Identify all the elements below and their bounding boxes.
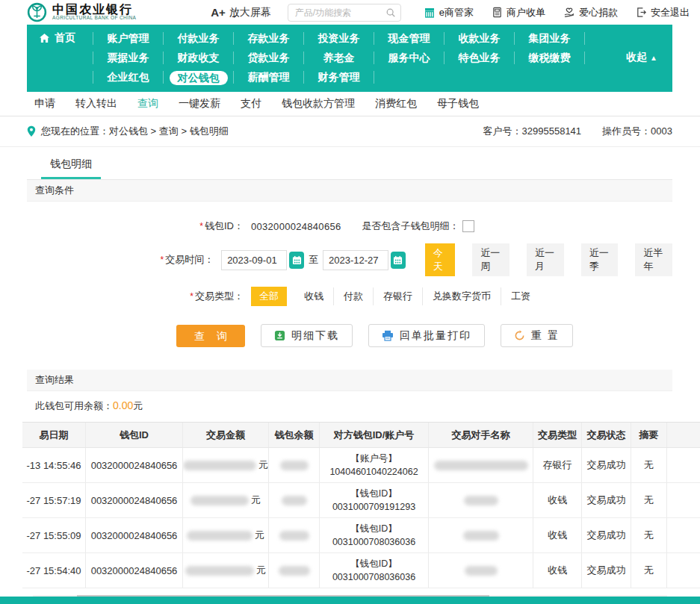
cell-amount: 元 bbox=[183, 553, 269, 588]
nav-item-label-active: 对公钱包 bbox=[170, 71, 228, 85]
table-row[interactable]: -27 15:57:19 0032000024840656 元 【钱包ID】 0… bbox=[22, 483, 700, 518]
cell-status: 交易成功 bbox=[582, 448, 631, 482]
cell-amount: 元 bbox=[183, 483, 269, 517]
cell-balance bbox=[269, 553, 320, 588]
transaction-type-row: *交易类型： 全部 收钱 付款 存银行 兑换数字货币 工资 bbox=[27, 287, 672, 306]
transaction-type-options: 全部 收钱 付款 存银行 兑换数字货币 工资 bbox=[251, 287, 540, 306]
quick-links: e商管家 商户收单 爱心捐款 安全退出 bbox=[424, 6, 690, 19]
sub-nav-item[interactable]: 钱包收款方管理 bbox=[282, 97, 355, 110]
sub-nav-item[interactable]: 母子钱包 bbox=[437, 97, 479, 110]
screen-zoom-control[interactable]: A+ 放大屏幕 bbox=[211, 6, 271, 19]
cell-type: 收钱 bbox=[533, 483, 582, 517]
date-from-input[interactable] bbox=[221, 250, 287, 270]
type-option-receive[interactable]: 收钱 bbox=[294, 287, 333, 305]
quick-link-merchant[interactable]: 商户收单 bbox=[492, 6, 545, 19]
include-sub-wallet: 是否包含子钱包明细： bbox=[362, 220, 474, 233]
date-from-calendar-button[interactable] bbox=[289, 252, 304, 269]
product-search[interactable] bbox=[288, 4, 401, 22]
nav-item-corporate-wallet[interactable]: 对公钱包 bbox=[163, 71, 233, 84]
counterparty-id-tag: 【钱包ID】 bbox=[350, 487, 397, 500]
col-header-status: 交易状态 bbox=[582, 423, 631, 447]
reset-button[interactable]: 重 置 bbox=[501, 324, 573, 347]
nav-item[interactable]: 企业红包 bbox=[93, 71, 163, 84]
type-option-deposit[interactable]: 存银行 bbox=[373, 287, 422, 305]
sub-nav-item[interactable]: 一键发薪 bbox=[179, 97, 220, 110]
nav-item[interactable]: 收款业务 bbox=[444, 32, 514, 45]
type-option-all[interactable]: 全部 bbox=[251, 287, 287, 306]
breadcrumb-text: 您现在的位置：对公钱包 > 查询 > 钱包明细 bbox=[41, 125, 229, 138]
sub-nav-item[interactable]: 消费红包 bbox=[375, 97, 417, 110]
nav-item[interactable]: 投资业务 bbox=[303, 32, 374, 45]
sub-nav-item[interactable]: 申请 bbox=[34, 97, 55, 110]
required-marker: * bbox=[199, 221, 203, 231]
search-icon[interactable] bbox=[385, 7, 396, 18]
nav-item[interactable]: 存款业务 bbox=[233, 32, 303, 45]
action-buttons: 查 询 明细下载 回单批量打印 重 置 bbox=[176, 324, 672, 347]
sub-nav-item[interactable]: 支付 bbox=[241, 97, 261, 110]
table-header-row: 易日期 钱包ID 交易金额 钱包余额 对方钱包ID/账户号 交易对手名称 交易类… bbox=[22, 423, 700, 448]
table-row[interactable]: -27 15:54:40 0032000024840656 元 【钱包ID】 0… bbox=[22, 553, 700, 588]
sub-nav-item-active[interactable]: 查询 bbox=[137, 97, 158, 110]
date-shortcut-week[interactable]: 近一周 bbox=[472, 243, 509, 276]
cell-status: 交易成功 bbox=[582, 518, 631, 552]
cell-filler bbox=[667, 553, 700, 588]
customer-number: 客户号：32995558141 bbox=[483, 125, 582, 138]
table-row[interactable]: -13 14:55:46 0032000024840656 元 【账户号】 10… bbox=[22, 448, 700, 483]
nav-item[interactable]: 服务中心 bbox=[374, 52, 444, 64]
type-option-exchange[interactable]: 兑换数字货币 bbox=[422, 287, 501, 305]
date-to-calendar-button[interactable] bbox=[391, 252, 406, 269]
sub-nav-item[interactable]: 转入转出 bbox=[75, 97, 117, 110]
col-header-filler bbox=[667, 423, 700, 447]
donate-icon bbox=[563, 7, 575, 19]
date-shortcut-halfyear[interactable]: 近半年 bbox=[635, 243, 672, 276]
sub-navigation: 申请 转入转出 查询 一键发薪 支付 钱包收款方管理 消费红包 母子钱包 bbox=[0, 92, 700, 116]
query-conditions-header: 查询条件 bbox=[27, 180, 672, 202]
tab-wallet-detail[interactable]: 钱包明细 bbox=[41, 158, 101, 179]
nav-item-label: 财政收支 bbox=[178, 52, 220, 63]
type-option-pay[interactable]: 付款 bbox=[333, 287, 373, 305]
table-row[interactable]: -27 15:55:09 0032000024840656 元 【钱包ID】 0… bbox=[22, 518, 700, 553]
col-header-wallet-id: 钱包ID bbox=[86, 423, 183, 447]
bank-logo: 中国农业银行 AGRICULTURAL BANK OF CHINA bbox=[27, 2, 136, 22]
nav-item[interactable]: 财务管理 bbox=[303, 71, 374, 84]
cell-amount: 元 bbox=[183, 448, 269, 482]
nav-item[interactable]: 现金管理 bbox=[374, 32, 444, 45]
cell-wallet-id: 0032000024840656 bbox=[86, 448, 183, 482]
date-shortcut-quarter[interactable]: 近一季 bbox=[581, 243, 619, 276]
breadcrumb: 您现在的位置：对公钱包 > 查询 > 钱包明细 bbox=[27, 125, 229, 138]
type-option-salary[interactable]: 工资 bbox=[501, 287, 540, 305]
quick-link-label: e商管家 bbox=[439, 6, 474, 19]
nav-item[interactable]: 缴税缴费 bbox=[514, 52, 584, 64]
quick-link-logout[interactable]: 安全退出 bbox=[636, 6, 690, 19]
redacted-name bbox=[465, 566, 498, 576]
quick-link-donate[interactable]: 爱心捐款 bbox=[563, 6, 618, 19]
search-input[interactable] bbox=[295, 7, 385, 18]
include-sub-wallet-checkbox[interactable] bbox=[462, 220, 474, 232]
redacted-name bbox=[463, 531, 499, 541]
customer-number-label: 客户号： bbox=[483, 125, 522, 137]
batch-print-button[interactable]: 回单批量打印 bbox=[368, 324, 485, 347]
nav-item[interactable]: 特色业务 bbox=[444, 52, 514, 64]
redacted-amount bbox=[191, 496, 249, 505]
date-shortcut-today[interactable]: 今天 bbox=[425, 243, 455, 276]
quick-link-eshop[interactable]: e商管家 bbox=[424, 6, 474, 19]
nav-item[interactable]: 薪酬管理 bbox=[233, 71, 303, 84]
nav-collapse-button[interactable]: 收起 ▲ bbox=[626, 51, 665, 64]
cell-counterparty-name bbox=[429, 483, 533, 517]
nav-item[interactable]: 养老金 bbox=[303, 52, 374, 64]
nav-item[interactable]: 账户管理 bbox=[93, 32, 163, 45]
cell-counterparty-name bbox=[429, 448, 533, 482]
nav-item[interactable]: 票据业务 bbox=[93, 52, 163, 64]
search-button[interactable]: 查 询 bbox=[176, 325, 245, 347]
date-shortcut-month[interactable]: 近一月 bbox=[527, 243, 564, 276]
nav-item[interactable]: 贷款业务 bbox=[233, 52, 303, 64]
nav-item[interactable]: 付款业务 bbox=[163, 32, 233, 45]
nav-item[interactable]: 财政收支 bbox=[163, 52, 233, 64]
cell-balance bbox=[269, 518, 320, 552]
nav-item-home[interactable]: 首页 bbox=[34, 31, 93, 45]
cell-counterparty-id: 【钱包ID】 0031000709191293 bbox=[320, 483, 429, 517]
nav-item[interactable]: 集团业务 bbox=[514, 32, 584, 45]
download-detail-button[interactable]: 明细下载 bbox=[261, 324, 353, 347]
wallet-id-label: *钱包ID： bbox=[27, 220, 251, 233]
date-to-input[interactable] bbox=[323, 250, 388, 270]
